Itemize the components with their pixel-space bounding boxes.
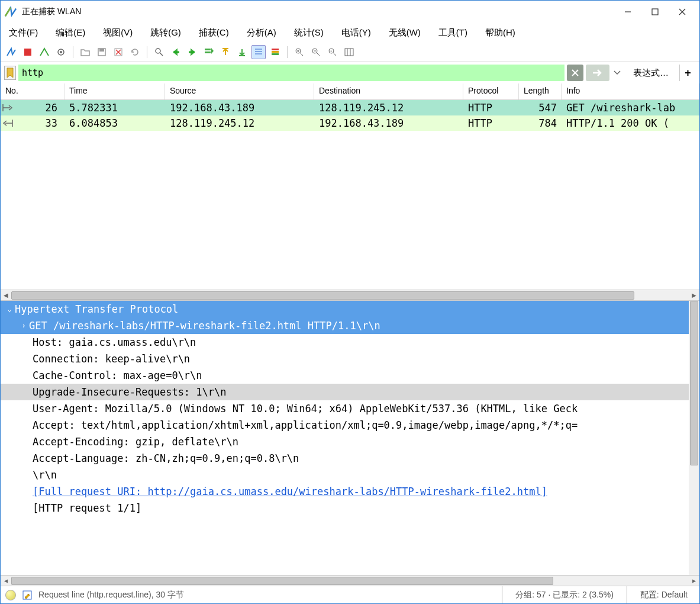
packet-list-pane: No. Time Source Destination Protocol Len… xyxy=(1,83,699,301)
go-forward-icon[interactable] xyxy=(185,45,199,59)
packet-list-hscroll[interactable]: ◀ ▶ xyxy=(1,290,699,300)
svg-rect-36 xyxy=(345,49,353,56)
menu-stats[interactable]: 统计(S) xyxy=(294,27,324,38)
stop-capture-icon[interactable] xyxy=(21,45,35,59)
title-bar: 正在捕获 WLAN xyxy=(1,1,699,23)
menu-edit[interactable]: 编辑(E) xyxy=(56,27,85,38)
expert-info-icon[interactable] xyxy=(5,590,16,600)
detail-line[interactable]: [HTTP request 1/1] xyxy=(1,500,699,516)
toolbar: 1 xyxy=(1,42,699,62)
filter-history-dropdown[interactable] xyxy=(612,65,622,81)
maximize-button[interactable] xyxy=(641,3,669,21)
detail-root[interactable]: ⌄Hypertext Transfer Protocol xyxy=(1,301,699,317)
auto-scroll-icon[interactable] xyxy=(251,45,266,59)
svg-line-13 xyxy=(160,53,163,56)
svg-text:1: 1 xyxy=(330,49,333,53)
col-header-no[interactable]: No. xyxy=(1,83,64,99)
svg-rect-24 xyxy=(272,51,279,53)
col-header-time[interactable]: Time xyxy=(64,83,165,99)
svg-line-27 xyxy=(300,53,303,56)
close-button[interactable] xyxy=(669,3,696,21)
detail-line[interactable]: Accept: text/html,application/xhtml+xml,… xyxy=(1,417,699,433)
filter-clear-button[interactable] xyxy=(567,65,583,81)
filter-bookmark-icon[interactable] xyxy=(4,66,16,80)
status-profile[interactable]: 配置: Default xyxy=(633,590,695,600)
response-arrow-icon xyxy=(2,118,14,128)
start-capture-icon[interactable] xyxy=(4,45,18,59)
col-header-protocol[interactable]: Protocol xyxy=(463,83,519,99)
detail-link[interactable]: [Full request URI: http://gaia.cs.umass.… xyxy=(1,483,699,500)
menu-telephony[interactable]: 电话(Y) xyxy=(341,27,371,38)
detail-line[interactable]: Accept-Language: zh-CN,zh;q=0.9,en;q=0.8… xyxy=(1,450,699,467)
menu-analyze[interactable]: 分析(A) xyxy=(247,27,276,38)
status-bar: Request line (http.request.line), 30 字节 … xyxy=(1,586,699,603)
detail-line[interactable]: Connection: keep-alive\r\n xyxy=(1,351,699,367)
expression-button[interactable]: 表达式… xyxy=(625,68,677,79)
zoom-in-icon[interactable] xyxy=(292,45,307,59)
chevron-down-icon: ⌄ xyxy=(4,305,15,313)
reload-icon[interactable] xyxy=(128,45,142,59)
filter-apply-button[interactable] xyxy=(586,65,609,81)
request-arrow-icon xyxy=(2,103,14,113)
zoom-reset-icon[interactable]: 1 xyxy=(325,45,340,59)
menu-wireless[interactable]: 无线(W) xyxy=(389,27,421,38)
capture-options-icon[interactable] xyxy=(54,45,68,59)
col-header-source[interactable]: Source xyxy=(165,83,314,99)
resize-columns-icon[interactable] xyxy=(342,45,356,59)
packet-list-body[interactable]: 26 5.782331 192.168.43.189 128.119.245.1… xyxy=(1,100,699,290)
go-to-packet-icon[interactable] xyxy=(202,45,216,59)
colorize-icon[interactable] xyxy=(268,45,282,59)
menu-help[interactable]: 帮助(H) xyxy=(485,27,515,38)
menu-view[interactable]: 视图(V) xyxy=(103,27,133,38)
find-icon[interactable] xyxy=(152,45,166,59)
details-hscroll[interactable]: ◀ ▶ xyxy=(1,575,699,586)
detail-line[interactable]: Host: gaia.cs.umass.edu\r\n xyxy=(1,334,699,351)
menu-file[interactable]: 文件(F) xyxy=(9,27,38,38)
restart-capture-icon[interactable] xyxy=(37,45,51,59)
svg-rect-1 xyxy=(652,9,658,15)
packet-row[interactable]: 26 5.782331 192.168.43.189 128.119.245.1… xyxy=(1,100,699,115)
go-last-icon[interactable] xyxy=(235,45,249,59)
window-title: 正在捕获 WLAN xyxy=(22,7,614,17)
col-header-length[interactable]: Length xyxy=(519,83,562,99)
svg-rect-16 xyxy=(205,49,211,50)
close-file-icon[interactable] xyxy=(111,45,125,59)
status-field-info: Request line (http.request.line), 30 字节 xyxy=(38,590,496,600)
packet-list-header: No. Time Source Destination Protocol Len… xyxy=(1,83,699,100)
details-vscroll[interactable] xyxy=(689,301,699,575)
edit-icon[interactable] xyxy=(22,590,33,600)
svg-rect-25 xyxy=(272,53,279,55)
menu-bar: 文件(F) 编辑(E) 视图(V) 跳转(G) 捕获(C) 分析(A) 统计(S… xyxy=(1,23,699,42)
go-back-icon[interactable] xyxy=(169,45,183,59)
chevron-right-icon: › xyxy=(18,322,29,330)
svg-point-12 xyxy=(156,49,160,53)
menu-tools[interactable]: 工具(T) xyxy=(438,27,467,38)
display-filter-input[interactable] xyxy=(18,65,564,81)
svg-rect-8 xyxy=(99,49,104,52)
menu-capture[interactable]: 捕获(C) xyxy=(199,27,229,38)
svg-rect-4 xyxy=(24,49,31,56)
packet-details-pane: ⌄Hypertext Transfer Protocol ›GET /wires… xyxy=(1,301,699,586)
minimize-button[interactable] xyxy=(614,3,641,21)
filter-bar: 表达式… + xyxy=(1,62,699,83)
col-header-info[interactable]: Info xyxy=(562,83,699,99)
col-header-destination[interactable]: Destination xyxy=(314,83,463,99)
open-file-icon[interactable] xyxy=(78,45,92,59)
detail-line[interactable]: User-Agent: Mozilla/5.0 (Windows NT 10.0… xyxy=(1,400,699,417)
go-first-icon[interactable] xyxy=(218,45,233,59)
packet-row[interactable]: 33 6.084853 128.119.245.12 192.168.43.18… xyxy=(1,115,699,131)
detail-line-highlighted[interactable]: Upgrade-Insecure-Requests: 1\r\n xyxy=(1,384,699,400)
menu-go[interactable]: 跳转(G) xyxy=(150,27,181,38)
detail-request-line[interactable]: ›GET /wireshark-labs/HTTP-wireshark-file… xyxy=(1,317,699,334)
zoom-out-icon[interactable] xyxy=(309,45,323,59)
svg-line-31 xyxy=(317,53,320,56)
svg-line-34 xyxy=(333,53,336,56)
detail-line[interactable]: Accept-Encoding: gzip, deflate\r\n xyxy=(1,433,699,450)
status-packets: 分组: 57 · 已显示: 2 (3.5%) xyxy=(508,590,621,600)
svg-rect-17 xyxy=(205,52,211,53)
add-filter-button[interactable]: + xyxy=(679,65,696,81)
app-icon xyxy=(4,5,17,18)
save-file-icon[interactable] xyxy=(95,45,109,59)
detail-line[interactable]: Cache-Control: max-age=0\r\n xyxy=(1,367,699,384)
detail-line[interactable]: \r\n xyxy=(1,467,699,483)
